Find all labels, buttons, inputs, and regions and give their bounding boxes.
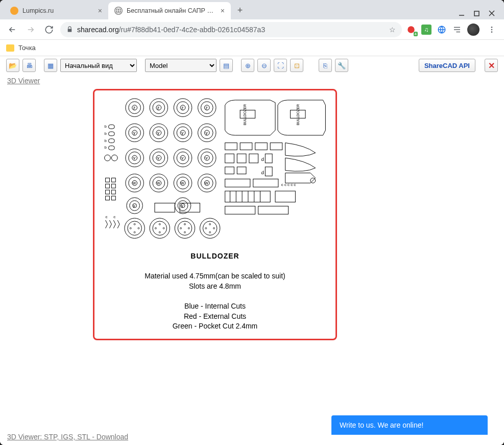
- svg-point-94: [134, 231, 135, 233]
- svg-rect-110: [108, 125, 114, 129]
- chat-widget[interactable]: Write to us. We are online!: [331, 415, 488, 435]
- svg-text:BULLDOZER: BULLDOZER: [243, 104, 247, 125]
- svg-rect-157: [275, 191, 295, 202]
- tab-lumpics[interactable]: Lumpics.ru ×: [4, 2, 108, 19]
- print-button[interactable]: 🖶: [22, 59, 36, 72]
- drawing-note: Slots are 4.8mm: [145, 282, 285, 292]
- svg-text:c: c: [113, 215, 115, 219]
- close-drawing-button[interactable]: ✕: [485, 59, 498, 72]
- drawing-note: Green - Pocket Cut 2.4mm: [145, 321, 285, 332]
- drawing-title: BULLDOZER: [145, 251, 285, 262]
- svg-point-12: [491, 31, 493, 33]
- tab-title: Бесплатный онлайн САПР прос: [127, 7, 217, 14]
- profile-avatar[interactable]: [467, 24, 479, 36]
- svg-rect-112: [108, 132, 114, 136]
- svg-text:w: w: [156, 180, 160, 185]
- extension-adblock-icon[interactable]: 4: [406, 25, 416, 35]
- svg-rect-142: [225, 167, 234, 174]
- svg-text:y: y: [133, 130, 136, 135]
- svg-text:y: y: [181, 130, 184, 135]
- svg-point-98: [159, 231, 160, 233]
- svg-rect-120: [111, 178, 115, 182]
- open-file-button[interactable]: 📂: [6, 59, 19, 72]
- new-tab-button[interactable]: +: [233, 3, 247, 17]
- lock-icon: [66, 26, 73, 33]
- svg-point-105: [209, 223, 211, 225]
- svg-text:y: y: [181, 203, 183, 208]
- drawing-highlight: z z z z y y y y: [93, 89, 337, 340]
- settings-button[interactable]: 🔧: [335, 59, 348, 72]
- svg-rect-137: [225, 154, 234, 163]
- close-icon[interactable]: ×: [98, 7, 102, 15]
- svg-text:d: d: [261, 156, 263, 162]
- export-button[interactable]: ⎘: [319, 59, 332, 72]
- svg-text:BULLDOZER: BULLDOZER: [296, 104, 300, 125]
- svg-rect-136: [270, 143, 282, 150]
- svg-rect-129: [240, 110, 255, 119]
- layers-button[interactable]: ▤: [220, 59, 233, 72]
- sharecad-api-button[interactable]: ShareCAD API: [419, 59, 475, 72]
- maximize-button[interactable]: [474, 11, 479, 16]
- svg-text:c: c: [106, 215, 108, 219]
- svg-text:y: y: [205, 130, 208, 135]
- reader-mode-icon[interactable]: [452, 25, 462, 35]
- model-select[interactable]: Model: [145, 59, 217, 72]
- svg-rect-116: [108, 146, 114, 150]
- chat-text: Write to us. We are online!: [340, 421, 423, 429]
- reload-button[interactable]: [42, 22, 56, 37]
- svg-point-108: [213, 227, 215, 229]
- tab-title: Lumpics.ru: [22, 7, 94, 14]
- svg-rect-121: [106, 184, 110, 188]
- forward-button[interactable]: [23, 22, 38, 37]
- svg-point-101: [184, 223, 186, 225]
- back-button[interactable]: [5, 22, 19, 37]
- svg-text:y: y: [133, 203, 135, 208]
- extension-globe-icon[interactable]: [437, 25, 447, 35]
- svg-text:w: w: [132, 180, 136, 185]
- svg-point-95: [130, 227, 131, 229]
- bookmark-item[interactable]: Точка: [18, 44, 36, 52]
- svg-text:w: w: [180, 180, 184, 185]
- svg-text:v: v: [157, 155, 160, 160]
- svg-point-102: [184, 231, 186, 233]
- svg-point-93: [134, 223, 135, 225]
- pan-button[interactable]: ⊡: [290, 59, 303, 72]
- svg-text:d: d: [261, 170, 263, 175]
- svg-point-99: [155, 227, 156, 229]
- svg-text:b: b: [105, 124, 107, 129]
- drawing-note: Blue - Internal Cuts: [145, 301, 285, 312]
- page-content: 📂 🖶 ▦ Начальный вид Model ▤ ⊕ ⊖ ⛶ ⊡ ⎘ 🔧 …: [0, 56, 504, 445]
- zoom-in-button[interactable]: ⊕: [241, 59, 254, 72]
- svg-text:z: z: [181, 105, 184, 110]
- close-icon[interactable]: ×: [221, 7, 225, 15]
- drawing-note: Material used 4.75mm(can be scaled to su…: [145, 271, 285, 282]
- svg-text:v: v: [205, 155, 208, 160]
- extension-icons: 4 ♫: [406, 22, 499, 37]
- minimize-button[interactable]: [459, 10, 465, 16]
- window-close-button[interactable]: [489, 10, 495, 16]
- zoom-extents-button[interactable]: ⛶: [274, 59, 287, 72]
- svg-point-96: [138, 227, 139, 229]
- badge: 4: [414, 32, 418, 36]
- svg-text:z: z: [157, 105, 160, 110]
- omnibox[interactable]: sharecad.org/ru#7f88db41-0ed7-4c2e-abdb-…: [60, 22, 402, 37]
- menu-button[interactable]: [485, 22, 499, 37]
- svg-rect-159: [258, 206, 289, 214]
- svg-rect-2: [474, 11, 479, 16]
- svg-point-106: [209, 231, 211, 233]
- cad-canvas[interactable]: z z z z y y y y: [0, 87, 504, 429]
- svg-rect-139: [249, 154, 258, 163]
- viewer-3d-link[interactable]: 3D Viewer: [0, 75, 504, 87]
- svg-rect-141: [265, 154, 272, 163]
- svg-text:z: z: [205, 105, 208, 110]
- svg-rect-133: [225, 143, 237, 150]
- address-bar: sharecad.org/ru#7f88db41-0ed7-4c2e-abdb-…: [0, 19, 504, 40]
- bookmark-star-icon[interactable]: ☆: [389, 26, 396, 34]
- zoom-out-button[interactable]: ⊖: [257, 59, 271, 72]
- view-select[interactable]: Начальный вид: [60, 59, 137, 72]
- url-text: sharecad.org/ru#7f88db41-0ed7-4c2e-abdb-…: [77, 26, 385, 34]
- tab-sharecad[interactable]: Бесплатный онлайн САПР прос ×: [108, 2, 231, 19]
- view-button[interactable]: ▦: [44, 59, 57, 72]
- extension-music-icon[interactable]: ♫: [421, 25, 431, 35]
- svg-rect-125: [106, 196, 110, 200]
